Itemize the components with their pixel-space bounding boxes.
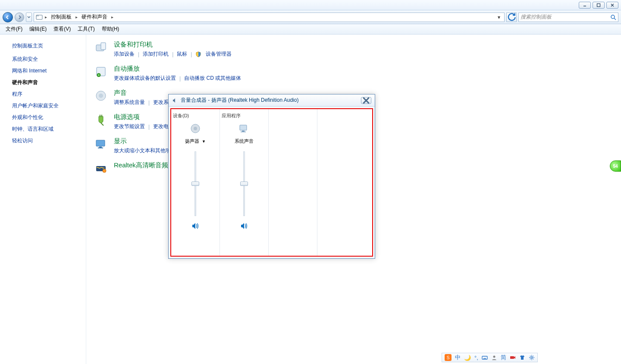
breadcrumb-dropdown[interactable]: ▾ <box>496 14 502 20</box>
mixer-titlebar[interactable]: 音量合成器 - 扬声器 (Realtek High Definition Aud… <box>169 94 375 107</box>
sidebar-item[interactable]: 时钟、语言和区域 <box>12 126 81 133</box>
category-link[interactable]: 鼠标 <box>177 50 187 58</box>
svg-rect-26 <box>242 131 245 132</box>
category-title[interactable]: 设备和打印机 <box>114 41 232 49</box>
category-link[interactable]: 更改系 <box>153 99 169 106</box>
ime-keyboard-icon[interactable] <box>482 355 488 361</box>
chevron-right-icon: ▸ <box>74 15 79 19</box>
nav-forward-button[interactable] <box>15 13 24 22</box>
sidebar-item[interactable]: 程序 <box>12 91 81 98</box>
device-speaker-icon[interactable] <box>188 122 202 135</box>
category-title[interactable]: 电源选项 <box>114 113 169 121</box>
ime-moon-icon[interactable]: 🌙 <box>464 355 471 361</box>
category-links: 放大或缩小文本和其他项 <box>114 147 171 154</box>
ime-punct-icon[interactable]: °, <box>474 355 478 361</box>
sidebar-item[interactable]: 网络和 Internet <box>12 67 81 75</box>
menu-tools[interactable]: 工具(T) <box>75 25 97 34</box>
svg-rect-5 <box>36 15 39 16</box>
mixer-device-name[interactable]: 扬声器▼ <box>185 138 206 144</box>
category-icon <box>94 113 108 127</box>
category-icon <box>94 89 108 103</box>
sidebar-item[interactable]: 系统和安全 <box>12 56 81 63</box>
menu-file[interactable]: 文件(F) <box>3 25 25 34</box>
svg-point-24 <box>194 127 197 130</box>
nav-back-button[interactable] <box>3 12 13 22</box>
menu-help[interactable]: 帮助(H) <box>100 25 122 34</box>
menu-bar: 文件(F) 编辑(E) 查看(V) 工具(T) 帮助(H) <box>0 24 621 35</box>
ime-shirt-icon[interactable] <box>519 355 525 361</box>
maximize-button[interactable] <box>593 2 605 9</box>
mixer-empty-column <box>269 109 317 256</box>
sidebar-item[interactable]: 外观和个性化 <box>12 114 81 121</box>
category-icon <box>94 65 108 78</box>
app-system-sounds-icon[interactable] <box>237 122 251 135</box>
ime-gear-icon[interactable] <box>529 355 535 361</box>
mixer-body: 设备(D) 扬声器▼ 应用程序 系统声音 <box>170 108 373 257</box>
mixer-app-name: 系统声音 <box>235 138 254 144</box>
category-links: 添加设备|添加打印机|鼠标|设备管理器 <box>114 50 232 58</box>
ime-person-icon[interactable] <box>491 355 497 361</box>
sidebar-item[interactable]: 用户帐户和家庭安全 <box>12 102 81 110</box>
menu-view[interactable]: 查看(V) <box>51 25 73 34</box>
mixer-device-column: 设备(D) 扬声器▼ <box>171 109 220 256</box>
chevron-right-icon: ▸ <box>44 15 48 19</box>
sidebar-header[interactable]: 控制面板主页 <box>12 42 81 50</box>
svg-rect-1 <box>597 3 600 6</box>
sidebar: 控制面板主页 系统和安全网络和 Internet硬件和声音程序用户帐户和家庭安全… <box>0 35 86 364</box>
svg-point-33 <box>531 357 533 358</box>
breadcrumb-root[interactable]: 控制面板 <box>49 13 73 21</box>
svg-rect-9 <box>101 43 106 50</box>
mixer-close-button[interactable] <box>361 97 371 104</box>
category-icon <box>94 161 108 175</box>
category-link[interactable]: 放大或缩小文本和其他项 <box>114 147 171 154</box>
device-volume-slider[interactable] <box>191 151 199 216</box>
category-title[interactable]: 自动播放 <box>114 65 241 73</box>
ime-tray: S 中 🌙 °, 简 <box>442 353 538 362</box>
category-link[interactable]: 添加打印机 <box>143 50 169 58</box>
ime-app-icon[interactable]: S <box>445 354 452 361</box>
search-placeholder: 搜索控制面板 <box>521 13 610 21</box>
mixer-app-column: 应用程序 系统声音 <box>220 109 269 256</box>
category-title[interactable]: Realtek高清晰音频 <box>114 161 168 169</box>
nav-history-dropdown[interactable] <box>26 13 32 22</box>
category-link[interactable]: 添加设备 <box>114 50 135 58</box>
address-bar: ▸ 控制面板 ▸ 硬件和声音 ▸ ▾ 搜索控制面板 <box>0 10 621 24</box>
ime-lang-button[interactable]: 中 <box>455 354 461 361</box>
window-titlebar <box>0 0 621 10</box>
sidebar-item[interactable]: 轻松访问 <box>12 137 81 144</box>
refresh-button[interactable] <box>506 13 517 22</box>
breadcrumb[interactable]: ▸ 控制面板 ▸ 硬件和声音 ▸ ▾ <box>34 13 505 22</box>
svg-rect-32 <box>510 356 514 359</box>
svg-rect-25 <box>240 125 247 130</box>
category-link[interactable]: 更改节能设置 <box>114 123 145 130</box>
app-mute-button[interactable] <box>240 222 248 230</box>
side-badge[interactable]: 54 <box>610 160 621 172</box>
close-button[interactable] <box>606 2 618 9</box>
sidebar-item[interactable]: 硬件和声音 <box>12 79 81 86</box>
category-link[interactable]: 更改媒体或设备的默认设置 <box>114 75 176 82</box>
search-icon <box>610 14 616 20</box>
category-link[interactable]: 设备管理器 <box>206 50 232 58</box>
category-link[interactable]: 调整系统音量 <box>114 99 145 106</box>
volume-mixer-window: 音量合成器 - 扬声器 (Realtek High Definition Aud… <box>168 94 375 259</box>
ime-mode-button[interactable]: 简 <box>501 354 506 361</box>
search-input[interactable]: 搜索控制面板 <box>518 13 618 22</box>
category-link[interactable]: 更改电 <box>153 123 169 130</box>
ime-record-icon[interactable] <box>510 355 516 361</box>
mixer-app-header: 应用程序 <box>222 113 241 119</box>
device-mute-button[interactable] <box>191 222 199 230</box>
svg-rect-15 <box>101 115 102 117</box>
speaker-icon <box>172 97 178 104</box>
menu-edit[interactable]: 编辑(E) <box>27 25 49 34</box>
category-row: 设备和打印机添加设备|添加打印机|鼠标|设备管理器 <box>94 41 613 58</box>
breadcrumb-current[interactable]: 硬件和声音 <box>80 13 109 21</box>
svg-point-13 <box>99 94 103 98</box>
minimize-button[interactable] <box>579 2 591 9</box>
category-icon <box>94 137 108 151</box>
svg-rect-17 <box>99 147 102 147</box>
category-title[interactable]: 显示 <box>114 137 171 145</box>
mixer-title-text: 音量合成器 - 扬声器 (Realtek High Definition Aud… <box>181 97 358 104</box>
category-link[interactable]: 自动播放 CD 或其他媒体 <box>184 75 241 82</box>
category-title[interactable]: 声音 <box>114 89 169 97</box>
app-volume-slider[interactable] <box>240 151 248 216</box>
